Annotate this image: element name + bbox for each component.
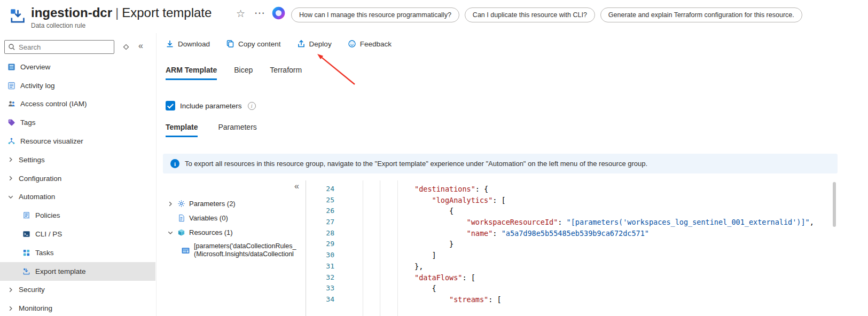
- copilot-suggestion-pill[interactable]: Generate and explain Terraform configura…: [600, 7, 802, 22]
- include-parameters-row[interactable]: Include parameters: [166, 101, 256, 110]
- sidebar-item-export-template[interactable]: Export template: [0, 262, 155, 281]
- page-header: ingestion-dcr|Export template Data colle…: [0, 0, 868, 33]
- chevron-right-icon: [7, 175, 14, 181]
- code-editor[interactable]: 2425262728293031323334 "destinations": {…: [307, 180, 838, 316]
- resource-type-label: Data collection rule: [31, 22, 85, 29]
- copilot-suggestion-pill[interactable]: Can I duplicate this resource with CLI?: [465, 7, 595, 22]
- tab-bicep[interactable]: Bicep: [234, 66, 253, 80]
- expand-collapse-icon[interactable]: [123, 44, 129, 50]
- feedback-icon: [348, 40, 356, 48]
- line-number: 29: [307, 239, 334, 250]
- sidebar-item-settings[interactable]: Settings: [0, 151, 155, 169]
- download-icon: [166, 40, 174, 48]
- editor-scrollbar[interactable]: [833, 182, 836, 227]
- resources-icon: [177, 228, 185, 236]
- sidebar-item-resource-visualizer[interactable]: Resource visualizer: [0, 132, 155, 151]
- subtab-parameters[interactable]: Parameters: [218, 123, 256, 137]
- code-line: ]: [345, 250, 830, 261]
- policies-icon: [22, 211, 30, 219]
- search-icon: [8, 43, 15, 51]
- favorite-star-icon[interactable]: ☆: [236, 7, 245, 20]
- tab-terraform[interactable]: Terraform: [270, 66, 302, 80]
- sidebar-item-monitoring[interactable]: Monitoring: [0, 299, 155, 316]
- search-input[interactable]: [4, 40, 114, 54]
- view-tabs: TemplateParameters: [166, 123, 257, 137]
- sidebar-item-access-control-iam[interactable]: Access control (IAM): [0, 95, 155, 114]
- tasks-icon: [22, 249, 30, 257]
- export-template-icon: [22, 267, 30, 275]
- subtab-template[interactable]: Template: [166, 123, 198, 137]
- sidebar-item-cli-ps[interactable]: CLI / PS: [0, 225, 155, 243]
- resource-name: ingestion-dcr: [31, 5, 112, 20]
- sidebar-item-label: Policies: [35, 211, 60, 219]
- feedback-button[interactable]: Feedback: [348, 40, 392, 48]
- sidebar-item-policies[interactable]: Policies: [0, 206, 155, 225]
- code-lines: "destinations": { "logAnalytics": [ { "w…: [345, 184, 830, 305]
- sidebar-item-label: Overview: [20, 63, 50, 71]
- sidebar-item-label: Security: [19, 286, 45, 294]
- annotation-arrow: [311, 49, 365, 92]
- download-button[interactable]: Download: [166, 40, 210, 48]
- code-line: }: [345, 239, 830, 250]
- tree-item-label: Parameters (2): [189, 200, 236, 208]
- sidebar-item-label: Resource visualizer: [20, 137, 83, 145]
- sidebar-item-label: Monitoring: [19, 304, 52, 312]
- sidebar-item-label: Automation: [19, 193, 55, 201]
- line-number: 31: [307, 261, 334, 272]
- sidebar-item-label: Access control (IAM): [20, 100, 87, 108]
- sidebar-item-label: Export template: [35, 267, 86, 275]
- sidebar-item-security[interactable]: Security: [0, 281, 155, 299]
- code-line: "dataFlows": [: [345, 272, 830, 283]
- page-title: ingestion-dcr|Export template: [31, 5, 212, 20]
- sidebar-item-tags[interactable]: Tags: [0, 113, 155, 132]
- line-number: 26: [307, 206, 334, 217]
- copilot-suggestions: How can I manage this resource programma…: [291, 7, 802, 22]
- chevron-right-icon: [7, 287, 14, 293]
- code-line: "destinations": {: [345, 184, 830, 195]
- checkbox-checked-icon[interactable]: [166, 101, 175, 110]
- tab-arm-template[interactable]: ARM Template: [166, 66, 217, 80]
- toolbar-button-label: Copy content: [238, 40, 281, 48]
- copilot-suggestion-pill[interactable]: How can I manage this resource programma…: [291, 7, 459, 22]
- tree-item-variables-0[interactable]: Variables (0): [165, 211, 306, 225]
- sidebar-item-label: Settings: [19, 156, 45, 164]
- sidebar-item-configuration[interactable]: Configuration: [0, 169, 155, 188]
- deploy-icon: [297, 40, 306, 48]
- tags-icon: [7, 118, 15, 127]
- template-pane: « Parameters (2)Variables (0)Resources (…: [163, 180, 838, 316]
- sidebar-item-automation[interactable]: Automation: [0, 188, 155, 207]
- deploy-button[interactable]: Deploy: [297, 40, 332, 48]
- copy-content-button[interactable]: Copy content: [226, 40, 281, 48]
- title-separator: |: [115, 5, 119, 20]
- chevron-down-icon: [7, 194, 14, 200]
- info-banner-text: To export all resources in this resource…: [185, 160, 647, 168]
- sidebar-item-label: CLI / PS: [35, 230, 62, 238]
- copilot-icon[interactable]: [271, 6, 286, 20]
- toolbar: DownloadCopy contentDeployFeedback: [166, 40, 392, 48]
- tree-item-resources-1[interactable]: Resources (1): [165, 225, 306, 240]
- toolbar-button-label: Download: [178, 40, 210, 48]
- overview-icon: [7, 63, 15, 71]
- toolbar-button-label: Feedback: [360, 40, 392, 48]
- copy-icon: [226, 40, 234, 48]
- toolbar-button-label: Deploy: [309, 40, 332, 48]
- info-banner: To export all resources in this resource…: [163, 154, 838, 173]
- iam-icon: [7, 100, 15, 108]
- more-options-icon[interactable]: ⋯: [254, 6, 265, 19]
- sidebar: « OverviewActivity logAccess control (IA…: [0, 33, 157, 316]
- sidebar-item-tasks[interactable]: Tasks: [0, 243, 155, 262]
- sidebar-item-activity-log[interactable]: Activity log: [0, 76, 155, 95]
- collapse-sidebar-icon[interactable]: «: [138, 41, 143, 51]
- code-line: "logAnalytics": [: [345, 195, 830, 206]
- collapse-tree-icon[interactable]: «: [294, 181, 299, 191]
- sidebar-item-label: Tasks: [35, 249, 54, 257]
- line-number: 30: [307, 250, 334, 261]
- sidebar-item-label: Tags: [20, 118, 36, 127]
- code-line: },: [345, 261, 830, 272]
- tree-resource-item[interactable]: [parameters('dataCollectionRules_(Micros…: [165, 242, 306, 258]
- sidebar-item-overview[interactable]: Overview: [0, 58, 155, 76]
- chevron-down-icon: [167, 230, 174, 236]
- tree-item-parameters-2[interactable]: Parameters (2): [165, 196, 306, 211]
- line-number: 32: [307, 272, 334, 283]
- sidebar-item-label: Configuration: [19, 175, 61, 183]
